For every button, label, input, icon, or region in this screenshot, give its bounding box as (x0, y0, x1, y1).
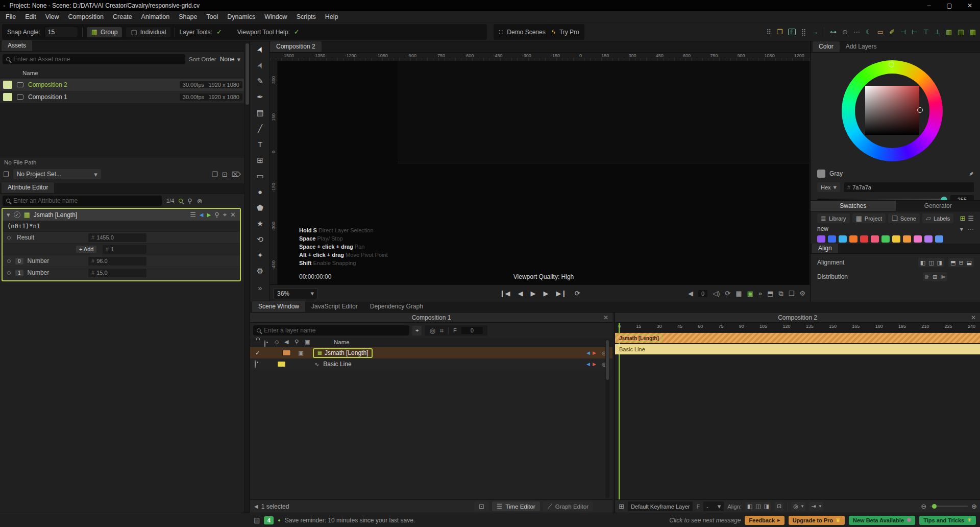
tab-swatches[interactable]: Swatches (811, 201, 896, 211)
timeline-track-jsmath[interactable]: Jsmath [Length] (615, 333, 980, 343)
open-folder-icon[interactable]: ❐ (212, 171, 218, 178)
viewport-help-check-icon[interactable]: ✓ (294, 28, 300, 36)
maximize-button[interactable]: ▢ (939, 0, 960, 11)
layer-out-connection-icon[interactable]: ▶ (593, 350, 596, 355)
scrollbar-thumb[interactable] (606, 340, 609, 380)
node-link-icon[interactable]: ⊶ (830, 28, 837, 36)
select-tool-icon[interactable]: ➤ (253, 41, 267, 57)
left-panel-scrollbar[interactable] (244, 41, 250, 513)
project-set-dropdown[interactable]: No Project Set...▾ (13, 169, 101, 179)
messages-icon[interactable]: ▤ (254, 517, 260, 523)
zoom-in-icon[interactable]: ⊕ (971, 503, 977, 510)
labels-button[interactable]: ▱Labels (922, 213, 953, 223)
swatch[interactable] (892, 235, 900, 243)
layer-search-box[interactable] (253, 325, 409, 336)
viewport-tab-composition2[interactable]: Composition 2 (270, 41, 322, 52)
grid-layout-icon[interactable]: ▦ (970, 28, 976, 36)
swatch[interactable] (839, 235, 847, 243)
asset-search-input[interactable] (13, 56, 182, 63)
clear-filter-icon[interactable]: ⊗ (197, 198, 203, 204)
dual-view-icon[interactable]: ⧉ (778, 290, 783, 298)
library-button[interactable]: ≣Library (817, 213, 850, 223)
menu-dynamics[interactable]: Dynamics (223, 13, 260, 20)
collapse-chevron-icon[interactable]: ▾ (7, 211, 10, 218)
add-count-field[interactable]: #1 (103, 245, 146, 254)
visibility-column-icon[interactable] (264, 341, 265, 348)
layer-row-basic-line[interactable]: ∿ Basic Line ◀ ▶ ◎ (250, 358, 612, 370)
asset-color-swatch[interactable] (3, 93, 12, 101)
viewport-canvas[interactable]: Hold S Direct Layer Selection Space Play… (278, 61, 810, 284)
enable-toggle-icon[interactable]: ✓ (14, 211, 20, 218)
current-color-swatch[interactable] (817, 170, 825, 178)
layer-in-connection-icon[interactable]: ◀ (586, 350, 590, 355)
list-options-icon[interactable]: ☰ (190, 211, 196, 218)
layer-search-input[interactable] (264, 327, 406, 334)
ellipse-tool-icon[interactable]: ● (254, 187, 267, 197)
tab-add-layers[interactable]: Add Layers (840, 41, 883, 52)
swatch[interactable] (828, 235, 836, 243)
menu-scripts[interactable]: Scripts (292, 13, 321, 20)
next-node-icon[interactable]: ▶ (207, 212, 211, 218)
track-name[interactable]: Basic Line (619, 346, 645, 352)
saturation-handle[interactable] (917, 107, 923, 113)
swatch[interactable] (817, 235, 825, 243)
keyboard-icon[interactable]: ▭ (877, 28, 884, 36)
rows-icon[interactable]: ▤ (958, 28, 964, 36)
assets-name-header[interactable]: Name (22, 70, 38, 76)
attribute-search-box[interactable] (3, 196, 162, 206)
kf-snap-icon[interactable]: ⇥ (811, 503, 816, 510)
menu-animation[interactable]: Animation (137, 13, 175, 20)
new-beta-button[interactable]: New Beta Available❋ (849, 516, 915, 525)
asset-row-composition2[interactable]: Composition 2 30.00fps 1920 x 1080 (0, 79, 244, 91)
more-tools-icon[interactable]: » (254, 283, 267, 293)
close-node-icon[interactable]: ✕ (230, 211, 236, 218)
layer-tools-check-icon[interactable]: ✓ (216, 28, 222, 36)
align-top-icon[interactable]: ⊤ (923, 28, 928, 36)
layer-name[interactable]: Basic Line (323, 361, 351, 368)
columns-icon[interactable]: ▥ (946, 28, 952, 36)
frame-back-icon[interactable]: ◀ (688, 290, 693, 297)
kf-align-left-icon[interactable]: ◧ (747, 503, 752, 510)
attribute-node-header[interactable]: ▾ ✓ ▦ Jsmath [Length] ☰ ◀ ▶ ⚲ ⌖ ✕ (3, 209, 240, 221)
utilities-tool-icon[interactable]: ⚙ (254, 267, 267, 276)
layer-name-header[interactable]: Name (334, 339, 350, 345)
tips-tricks-button[interactable]: Tips and Tricks☀ (919, 516, 976, 525)
dots-icon[interactable]: ⣿ (801, 28, 806, 36)
layer-visibility-eye-icon[interactable] (255, 361, 256, 368)
swatch[interactable] (849, 235, 857, 243)
align-top-icon[interactable]: ⬒ (950, 259, 955, 266)
timeline-track-basic-line[interactable]: Basic Line (615, 344, 980, 354)
swatch-list-icon[interactable]: ☰ (968, 215, 974, 222)
dock-toggle-button[interactable]: ⊡ (474, 501, 489, 511)
trash-icon[interactable]: ⌦ (232, 171, 241, 178)
align-left-icon[interactable]: ⊣ (900, 28, 906, 36)
distribute-vertical-icon[interactable]: ⊫ (940, 274, 945, 280)
asset-color-swatch[interactable] (3, 81, 12, 89)
layer-list-scrollbar[interactable] (605, 339, 609, 498)
polygon-tool-icon[interactable]: ⬟ (254, 203, 267, 212)
result-port-icon[interactable] (7, 236, 11, 239)
panel-icon[interactable]: ❐ (777, 28, 783, 36)
add-layer-button[interactable]: + (412, 326, 422, 336)
menu-shape[interactable]: Shape (174, 13, 202, 20)
distribute-grid-icon[interactable]: ⊞ (933, 274, 937, 280)
color-wheel[interactable] (842, 60, 943, 161)
number1-port-icon[interactable] (7, 271, 11, 275)
menu-composition[interactable]: Composition (64, 13, 108, 20)
export-arrow-icon[interactable]: → (812, 28, 818, 36)
tab-assets[interactable]: Assets (2, 40, 32, 51)
scrollbar-thumb[interactable] (246, 43, 249, 105)
pen-tool-icon[interactable]: ✒ (254, 92, 267, 102)
circle-node-icon[interactable]: ⊙ (842, 28, 848, 36)
prev-frame-icon[interactable]: ◀ (518, 290, 523, 297)
render-view-icon[interactable]: ▣ (747, 290, 753, 297)
pencil-tool-icon[interactable]: ✎ (254, 77, 267, 86)
swatch[interactable] (860, 235, 868, 243)
swatch-menu-icon[interactable]: ⋯ (967, 226, 974, 232)
layer-in-connection-icon[interactable]: ◀ (586, 362, 590, 367)
tab-scene-window[interactable]: Scene Window (252, 301, 305, 312)
asset-search-box[interactable] (3, 54, 185, 64)
align-bottom-icon[interactable]: ⬓ (967, 259, 972, 266)
camera-tool-icon[interactable]: ▤ (254, 108, 267, 117)
align-bottom-icon[interactable]: ⊥ (935, 28, 940, 36)
